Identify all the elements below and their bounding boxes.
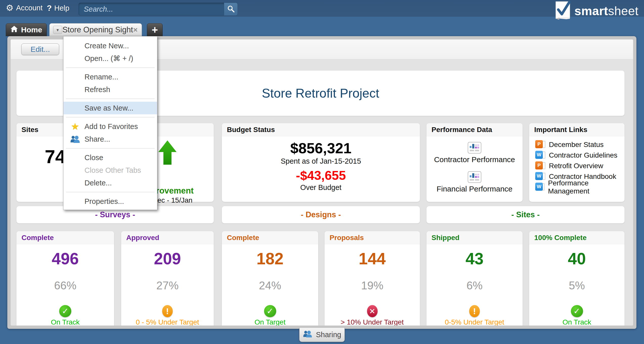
tab-menu-caret-button[interactable]: ▼ bbox=[53, 26, 62, 34]
tab-home[interactable]: Home bbox=[6, 23, 47, 36]
link-contractor-guidelines[interactable]: W Contractor Guidelines bbox=[535, 150, 625, 161]
menu-item-properties[interactable]: Properties... bbox=[63, 195, 157, 208]
stat-status-label: On Target bbox=[254, 318, 285, 326]
sharing-button[interactable]: Sharing bbox=[299, 328, 345, 342]
stat-card-title: Shipped bbox=[426, 231, 523, 244]
menu-divider bbox=[66, 148, 155, 148]
link-performance-management[interactable]: W Performance Management bbox=[535, 182, 625, 192]
menu-item-share[interactable]: Share... bbox=[63, 133, 157, 145]
links-card-header: Important Links bbox=[529, 123, 625, 136]
share-people-icon bbox=[70, 135, 80, 143]
stat-card-title: 100% Complete bbox=[529, 231, 625, 244]
contractor-performance-link[interactable]: Contractor Performance bbox=[434, 155, 515, 165]
stat-percent: 19% bbox=[361, 279, 383, 292]
important-links-card: Important Links P December Status W Cont… bbox=[529, 123, 625, 202]
search-input[interactable] bbox=[79, 3, 224, 15]
stat-card-sites-complete: 100% Complete 40 5% ✓ On Track bbox=[529, 231, 625, 326]
performance-data-card: Performance Data bbox=[426, 123, 523, 202]
budget-card-header: Budget Status bbox=[222, 123, 420, 136]
link-label: Retrofit Overview bbox=[549, 162, 603, 170]
link-label: December Status bbox=[549, 141, 604, 149]
menu-item-label: Add to Favorites bbox=[84, 122, 138, 131]
stat-percent: 66% bbox=[54, 279, 76, 292]
logo-text-light: sheet bbox=[608, 4, 638, 18]
budget-spent-caption: Spent as of Jan-15-2015 bbox=[222, 157, 420, 166]
add-tab-button[interactable]: + bbox=[147, 23, 163, 36]
menu-item-open[interactable]: Open... (⌘ + /) bbox=[63, 52, 157, 65]
stat-card-surveys-approved: Approved 209 27% ! 0 - 5% Under Target bbox=[121, 231, 214, 326]
stat-value: 496 bbox=[52, 249, 79, 268]
stat-value: 43 bbox=[465, 249, 483, 268]
search-button[interactable] bbox=[224, 3, 238, 15]
status-check-icon: ✓ bbox=[571, 305, 583, 317]
smartsheet-logo-icon bbox=[555, 1, 571, 21]
contractor-performance-report-icon[interactable] bbox=[468, 142, 481, 155]
stat-percent: 24% bbox=[259, 279, 281, 292]
account-button[interactable]: ⚙ Account bbox=[6, 4, 42, 12]
stat-value: 144 bbox=[359, 249, 386, 268]
menu-divider bbox=[66, 117, 155, 117]
home-icon bbox=[10, 26, 18, 34]
search-box bbox=[78, 3, 238, 16]
menu-divider bbox=[66, 68, 155, 68]
budget-delta-amount: -$43,655 bbox=[222, 168, 420, 183]
menu-item-create-new[interactable]: Create New... bbox=[63, 39, 157, 52]
budget-delta-caption: Over Budget bbox=[222, 183, 420, 192]
help-button[interactable]: ? Help bbox=[47, 4, 69, 13]
budget-status-card: Budget Status $856,321 Spent as of Jan-1… bbox=[222, 123, 420, 202]
logo-text-bold: smart bbox=[574, 4, 608, 18]
designs-band-label: - Designs - bbox=[301, 210, 341, 219]
link-december-status[interactable]: P December Status bbox=[535, 139, 625, 150]
tab-home-label: Home bbox=[21, 26, 42, 34]
menu-item-delete[interactable]: Delete... bbox=[63, 177, 157, 189]
menu-item-label: Share... bbox=[84, 135, 110, 143]
stat-status-label: 0 - 5% Under Target bbox=[136, 318, 199, 326]
smartsheet-app: ⚙ Account ? Help bbox=[0, 0, 644, 344]
tab-store-opening-sight[interactable]: ▼ Store Opening Sight × bbox=[49, 23, 142, 36]
status-warning-icon: ! bbox=[469, 305, 480, 317]
page-title: Store Retrofit Project bbox=[262, 86, 379, 101]
stat-status-label: On Track bbox=[51, 318, 80, 326]
tab-context-menu: Create New... Open... (⌘ + /) Rename... … bbox=[63, 36, 157, 210]
stat-card-title: Approved bbox=[121, 231, 214, 244]
financial-performance-report-icon[interactable] bbox=[468, 171, 481, 184]
stat-card-title: Complete bbox=[16, 231, 114, 244]
menu-item-close[interactable]: Close bbox=[63, 151, 157, 164]
stat-status-label: 0-5% Under Target bbox=[445, 318, 504, 326]
menu-item-save-as-new[interactable]: Save as New... bbox=[63, 102, 157, 114]
designs-section-band: - Designs - bbox=[222, 206, 420, 223]
link-label: Performance Management bbox=[548, 179, 625, 195]
word-file-icon: W bbox=[535, 183, 545, 192]
menu-divider bbox=[66, 99, 155, 99]
stat-card-designs-proposals: Proposals 144 19% ✕ > 10% Under Target bbox=[325, 231, 420, 326]
gear-icon: ⚙ bbox=[6, 4, 13, 12]
star-icon: ★ bbox=[70, 122, 80, 131]
sites-section-band: - Sites - bbox=[426, 206, 625, 223]
menu-item-add-to-favorites[interactable]: ★ Add to Favorites bbox=[63, 120, 157, 133]
stat-percent: 6% bbox=[466, 279, 483, 292]
link-retrofit-overview[interactable]: P Retrofit Overview bbox=[535, 161, 625, 171]
edit-button[interactable]: Edit... bbox=[21, 44, 59, 55]
help-icon: ? bbox=[47, 4, 52, 13]
tab-active-label: Store Opening Sight bbox=[62, 25, 133, 34]
help-label: Help bbox=[54, 4, 70, 12]
menu-item-refresh[interactable]: Refresh bbox=[63, 83, 157, 96]
tab-close-icon[interactable]: × bbox=[133, 26, 138, 34]
performance-card-header: Performance Data bbox=[426, 123, 523, 136]
stat-value: 182 bbox=[256, 249, 284, 268]
financial-performance-link[interactable]: Financial Performance bbox=[437, 184, 512, 194]
search-icon bbox=[227, 5, 235, 13]
link-label: Contractor Guidelines bbox=[549, 151, 617, 159]
stat-card-designs-complete: Complete 182 24% ✓ On Target bbox=[222, 231, 318, 326]
stat-value: 209 bbox=[154, 249, 181, 268]
sites-band-label: - Sites - bbox=[511, 210, 540, 219]
stat-percent: 5% bbox=[569, 279, 585, 292]
budget-spent-amount: $856,321 bbox=[222, 140, 420, 157]
sharing-label: Sharing bbox=[316, 331, 341, 339]
account-label: Account bbox=[16, 4, 42, 12]
stat-card-surveys-complete: Complete 496 66% ✓ On Track bbox=[16, 231, 114, 326]
trend-up-arrow-icon bbox=[158, 140, 177, 166]
stat-value: 40 bbox=[568, 249, 586, 268]
powerpoint-file-icon: P bbox=[535, 140, 545, 149]
menu-item-rename[interactable]: Rename... bbox=[63, 71, 157, 83]
